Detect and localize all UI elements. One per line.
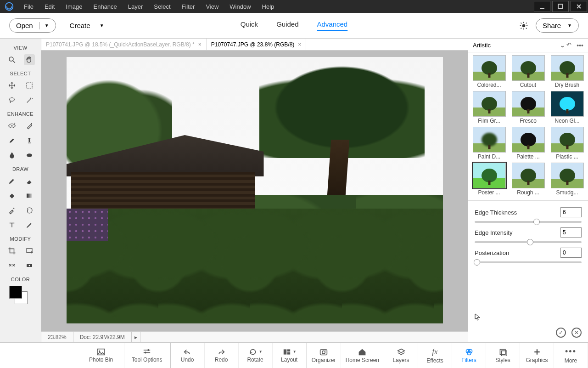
slider-knob[interactable] [527, 239, 533, 245]
smart-brush-tool[interactable] [6, 135, 17, 146]
canvas-viewport[interactable] [41, 51, 468, 331]
bottombar-undo[interactable]: Undo [171, 343, 205, 368]
create-button[interactable]: Create ▼ [70, 22, 104, 29]
filter-cutout[interactable]: Cutout [510, 55, 546, 88]
color-swatch[interactable] [9, 286, 32, 304]
filter-drybrush[interactable]: Dry Brush [549, 55, 585, 88]
lasso-tool[interactable] [6, 95, 17, 106]
bottombar-more[interactable]: •••More [554, 343, 588, 368]
magic-wand-tool[interactable] [24, 95, 35, 106]
bottombar-filters[interactable]: Filters [452, 343, 486, 368]
zoom-readout[interactable]: 23.82% [41, 332, 73, 342]
share-button[interactable]: Share ▼ [536, 18, 579, 33]
reset-icon[interactable]: ↶ [566, 41, 571, 48]
filter-palette[interactable]: Palette ... [510, 127, 546, 160]
slider-track[interactable] [475, 221, 582, 223]
close-button[interactable] [571, 1, 587, 12]
bottombar-home-screen[interactable]: Home Screen [341, 343, 384, 368]
spot-heal-tool[interactable] [24, 120, 35, 131]
chevron-down-icon[interactable]: ⌄ [560, 42, 565, 49]
mode-quick[interactable]: Quick [241, 20, 258, 31]
open-button[interactable]: Open ▼ [9, 18, 56, 33]
brightness-icon[interactable] [519, 21, 528, 30]
menu-layer[interactable]: Layer [123, 1, 149, 12]
svg-rect-22 [27, 249, 32, 253]
bottombar-redo[interactable]: Redo [205, 343, 239, 368]
apply-button[interactable]: ✓ [556, 328, 566, 338]
bottombar-rotate[interactable]: ▼Rotate [239, 343, 273, 368]
bottombar-layout[interactable]: ▼Layout [273, 343, 307, 368]
brush-tool[interactable] [6, 176, 17, 187]
document-tab[interactable]: P1070747.JPG @ 23.8% (RGB/8)× [207, 39, 307, 50]
mode-guided[interactable]: Guided [276, 20, 298, 31]
filter-fresco[interactable]: Fresco [510, 91, 546, 124]
menu-image[interactable]: Image [60, 1, 88, 12]
doc-info-menu[interactable]: ▸ [132, 332, 140, 342]
menu-filter[interactable]: Filter [176, 1, 201, 12]
pencil-tool[interactable] [24, 220, 35, 231]
menu-select[interactable]: Select [148, 1, 176, 12]
bottombar-tool-options[interactable]: Tool Options [124, 343, 170, 368]
menu-edit[interactable]: Edit [39, 1, 60, 12]
mode-advanced[interactable]: Advanced [317, 20, 348, 31]
filter-paintd[interactable]: Paint D... [471, 127, 507, 160]
eye-tool[interactable]: + [6, 120, 17, 131]
svg-point-29 [147, 349, 149, 351]
crop-tool[interactable] [6, 245, 17, 256]
menu-help[interactable]: Help [257, 1, 280, 12]
hand-tool[interactable] [24, 54, 35, 65]
filter-neongl[interactable]: Neon Gl... [549, 91, 585, 124]
cancel-button[interactable]: ✕ [571, 328, 582, 338]
eyedropper-tool[interactable] [6, 205, 17, 216]
marquee-tool[interactable] [24, 80, 35, 91]
slider-knob[interactable] [474, 259, 480, 266]
close-tab-icon[interactable]: × [298, 41, 301, 48]
svg-point-20 [27, 153, 32, 157]
slider-track[interactable] [475, 261, 582, 263]
filter-plastic[interactable]: Plastic ... [549, 127, 585, 160]
filter-smudg[interactable]: Smudg... [549, 163, 585, 196]
filter-poster[interactable]: Poster ... [471, 163, 507, 196]
bottombar-graphics[interactable]: Graphics [520, 343, 554, 368]
bottombar-effects[interactable]: fxEffects [418, 343, 452, 368]
close-tab-icon[interactable]: × [198, 41, 202, 48]
blur-tool[interactable] [6, 150, 17, 161]
menu-view[interactable]: View [200, 1, 224, 12]
document-tab[interactable]: P1070741.JPG @ 18.5% (_QuickActionBaseLa… [41, 39, 207, 50]
bottombar-label: Organizer [312, 357, 336, 363]
zoom-tool[interactable] [6, 54, 17, 65]
maximize-button[interactable] [552, 1, 569, 12]
paint-bucket-tool[interactable] [6, 190, 17, 201]
slider-track[interactable] [475, 241, 582, 243]
filter-rough[interactable]: Rough ... [510, 163, 546, 196]
straighten-tool[interactable] [24, 260, 35, 271]
filter-category[interactable]: Artistic [473, 42, 491, 49]
menu-file[interactable]: File [18, 1, 39, 12]
filter-filmgr[interactable]: Film Gr... [471, 91, 507, 124]
move-tool[interactable] [6, 80, 17, 91]
menu-window[interactable]: Window [224, 1, 256, 12]
gradient-tool[interactable] [24, 190, 35, 201]
content-aware-tool[interactable] [6, 260, 17, 271]
minimize-button[interactable] [534, 1, 550, 12]
menu-enhance[interactable]: Enhance [88, 1, 123, 12]
eraser-tool[interactable] [24, 176, 35, 187]
shape-tool[interactable] [24, 205, 35, 216]
filter-label: Rough ... [517, 189, 539, 196]
bottombar-layers[interactable]: Layers [384, 343, 418, 368]
slider-value-input[interactable] [560, 207, 582, 217]
filter-colored[interactable]: Colored... [471, 55, 507, 88]
slider-value-input[interactable] [560, 227, 582, 238]
section-draw: DRAW [12, 166, 28, 172]
bottombar-styles[interactable]: Styles [486, 343, 520, 368]
bottombar-photo-bin[interactable]: Photo Bin [78, 343, 124, 368]
slider-knob[interactable] [533, 219, 540, 225]
clone-stamp-tool[interactable] [24, 135, 35, 146]
recompose-tool[interactable] [24, 245, 35, 256]
more-icon[interactable]: ••• [577, 42, 583, 49]
type-tool[interactable] [6, 220, 17, 231]
bottombar-organizer[interactable]: Organizer [307, 343, 341, 368]
doc-info: Doc: 22.9M/22.9M [73, 332, 132, 342]
slider-value-input[interactable] [560, 248, 582, 258]
sponge-tool[interactable] [24, 150, 35, 161]
